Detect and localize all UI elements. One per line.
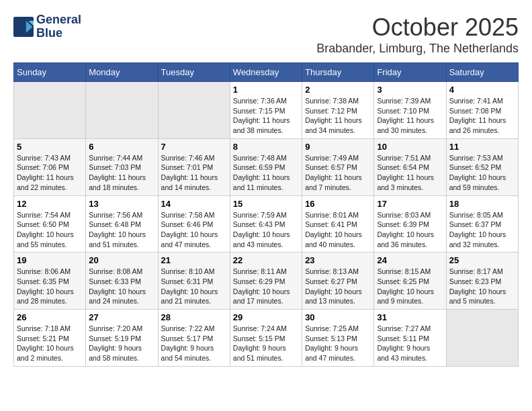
month-title: October 2025 bbox=[316, 13, 519, 42]
day-info: Sunrise: 7:46 AMSunset: 7:01 PMDaylight:… bbox=[161, 153, 227, 193]
day-info: Sunrise: 7:44 AMSunset: 7:03 PMDaylight:… bbox=[89, 153, 154, 193]
day-info: Sunrise: 7:20 AMSunset: 5:19 PMDaylight:… bbox=[89, 324, 154, 363]
logo-text: General Blue bbox=[36, 13, 81, 40]
day-info: Sunrise: 7:53 AMSunset: 6:52 PMDaylight:… bbox=[449, 153, 515, 193]
day-number: 21 bbox=[161, 255, 227, 265]
day-number: 12 bbox=[17, 199, 83, 209]
calendar-cell: 16Sunrise: 8:01 AMSunset: 6:41 PMDayligh… bbox=[302, 195, 374, 253]
calendar-cell: 25Sunrise: 8:17 AMSunset: 6:23 PMDayligh… bbox=[446, 253, 518, 310]
calendar-cell bbox=[86, 82, 158, 139]
day-info: Sunrise: 8:03 AMSunset: 6:39 PMDaylight:… bbox=[377, 210, 443, 250]
weekday-header-monday: Monday bbox=[86, 63, 158, 82]
weekday-header-wednesday: Wednesday bbox=[230, 63, 302, 82]
calendar-cell: 30Sunrise: 7:25 AMSunset: 5:13 PMDayligh… bbox=[302, 310, 374, 367]
week-row-1: 1Sunrise: 7:36 AMSunset: 7:15 PMDaylight… bbox=[14, 82, 519, 139]
calendar-cell: 8Sunrise: 7:48 AMSunset: 6:59 PMDaylight… bbox=[230, 138, 302, 195]
day-info: Sunrise: 7:49 AMSunset: 6:57 PMDaylight:… bbox=[305, 153, 371, 193]
day-info: Sunrise: 7:48 AMSunset: 6:59 PMDaylight:… bbox=[233, 153, 299, 193]
location-title: Brabander, Limburg, The Netherlands bbox=[316, 42, 519, 56]
weekday-header-saturday: Saturday bbox=[446, 63, 518, 82]
day-info: Sunrise: 7:54 AMSunset: 6:50 PMDaylight:… bbox=[17, 210, 83, 250]
week-row-5: 26Sunrise: 7:18 AMSunset: 5:21 PMDayligh… bbox=[14, 310, 519, 367]
day-info: Sunrise: 7:51 AMSunset: 6:54 PMDaylight:… bbox=[377, 153, 443, 193]
day-info: Sunrise: 7:25 AMSunset: 5:13 PMDaylight:… bbox=[305, 324, 371, 363]
day-number: 8 bbox=[233, 142, 299, 152]
day-number: 24 bbox=[377, 255, 443, 265]
day-info: Sunrise: 7:39 AMSunset: 7:10 PMDaylight:… bbox=[377, 96, 443, 136]
day-number: 5 bbox=[17, 142, 83, 152]
calendar-cell bbox=[446, 310, 518, 367]
week-row-4: 19Sunrise: 8:06 AMSunset: 6:35 PMDayligh… bbox=[14, 253, 519, 310]
calendar-cell: 23Sunrise: 8:13 AMSunset: 6:27 PMDayligh… bbox=[302, 253, 374, 310]
calendar-cell: 12Sunrise: 7:54 AMSunset: 6:50 PMDayligh… bbox=[14, 195, 86, 253]
day-info: Sunrise: 7:27 AMSunset: 5:11 PMDaylight:… bbox=[377, 324, 443, 363]
calendar-cell: 24Sunrise: 8:15 AMSunset: 6:25 PMDayligh… bbox=[374, 253, 446, 310]
day-number: 25 bbox=[449, 255, 515, 265]
day-number: 30 bbox=[305, 312, 371, 322]
day-number: 29 bbox=[233, 312, 299, 322]
calendar-cell: 6Sunrise: 7:44 AMSunset: 7:03 PMDaylight… bbox=[86, 138, 158, 195]
day-info: Sunrise: 8:10 AMSunset: 6:31 PMDaylight:… bbox=[161, 267, 227, 306]
calendar-cell: 21Sunrise: 8:10 AMSunset: 6:31 PMDayligh… bbox=[158, 253, 230, 310]
calendar-cell: 31Sunrise: 7:27 AMSunset: 5:11 PMDayligh… bbox=[374, 310, 446, 367]
day-info: Sunrise: 7:59 AMSunset: 6:43 PMDaylight:… bbox=[233, 210, 299, 250]
day-number: 20 bbox=[89, 255, 154, 265]
calendar-cell: 19Sunrise: 8:06 AMSunset: 6:35 PMDayligh… bbox=[14, 253, 86, 310]
day-number: 15 bbox=[233, 199, 299, 209]
day-number: 9 bbox=[305, 142, 371, 152]
day-number: 27 bbox=[89, 312, 154, 322]
logo-line1: General bbox=[36, 13, 81, 27]
calendar-cell: 26Sunrise: 7:18 AMSunset: 5:21 PMDayligh… bbox=[14, 310, 86, 367]
calendar-cell: 17Sunrise: 8:03 AMSunset: 6:39 PMDayligh… bbox=[374, 195, 446, 253]
day-number: 28 bbox=[161, 312, 227, 322]
header: General Blue October 2025 Brabander, Lim… bbox=[13, 13, 519, 56]
calendar-cell: 11Sunrise: 7:53 AMSunset: 6:52 PMDayligh… bbox=[446, 138, 518, 195]
logo-line2: Blue bbox=[36, 27, 81, 40]
calendar-cell: 27Sunrise: 7:20 AMSunset: 5:19 PMDayligh… bbox=[86, 310, 158, 367]
day-info: Sunrise: 8:11 AMSunset: 6:29 PMDaylight:… bbox=[233, 267, 299, 306]
day-number: 13 bbox=[89, 199, 154, 209]
week-row-3: 12Sunrise: 7:54 AMSunset: 6:50 PMDayligh… bbox=[14, 195, 519, 253]
day-number: 17 bbox=[377, 199, 443, 209]
calendar-cell: 2Sunrise: 7:38 AMSunset: 7:12 PMDaylight… bbox=[302, 82, 374, 139]
calendar-cell: 3Sunrise: 7:39 AMSunset: 7:10 PMDaylight… bbox=[374, 82, 446, 139]
day-number: 19 bbox=[17, 255, 83, 265]
week-row-2: 5Sunrise: 7:43 AMSunset: 7:06 PMDaylight… bbox=[14, 138, 519, 195]
calendar-cell: 10Sunrise: 7:51 AMSunset: 6:54 PMDayligh… bbox=[374, 138, 446, 195]
weekday-header-row: SundayMondayTuesdayWednesdayThursdayFrid… bbox=[14, 63, 519, 82]
weekday-header-sunday: Sunday bbox=[14, 63, 86, 82]
day-number: 26 bbox=[17, 312, 83, 322]
calendar-cell: 9Sunrise: 7:49 AMSunset: 6:57 PMDaylight… bbox=[302, 138, 374, 195]
calendar-cell: 29Sunrise: 7:24 AMSunset: 5:15 PMDayligh… bbox=[230, 310, 302, 367]
day-info: Sunrise: 7:43 AMSunset: 7:06 PMDaylight:… bbox=[17, 153, 83, 193]
day-info: Sunrise: 7:24 AMSunset: 5:15 PMDaylight:… bbox=[233, 324, 299, 363]
calendar-cell: 4Sunrise: 7:41 AMSunset: 7:08 PMDaylight… bbox=[446, 82, 518, 139]
day-number: 6 bbox=[89, 142, 154, 152]
calendar-cell bbox=[158, 82, 230, 139]
day-info: Sunrise: 7:36 AMSunset: 7:15 PMDaylight:… bbox=[233, 96, 299, 136]
day-number: 1 bbox=[233, 85, 299, 95]
day-number: 31 bbox=[377, 312, 443, 322]
weekday-header-friday: Friday bbox=[374, 63, 446, 82]
day-number: 18 bbox=[449, 199, 515, 209]
day-number: 11 bbox=[449, 142, 515, 152]
calendar-cell: 13Sunrise: 7:56 AMSunset: 6:48 PMDayligh… bbox=[86, 195, 158, 253]
day-info: Sunrise: 8:05 AMSunset: 6:37 PMDaylight:… bbox=[449, 210, 515, 250]
day-info: Sunrise: 8:08 AMSunset: 6:33 PMDaylight:… bbox=[89, 267, 154, 306]
day-number: 7 bbox=[161, 142, 227, 152]
calendar-cell: 14Sunrise: 7:58 AMSunset: 6:46 PMDayligh… bbox=[158, 195, 230, 253]
day-number: 2 bbox=[305, 85, 371, 95]
calendar-cell: 15Sunrise: 7:59 AMSunset: 6:43 PMDayligh… bbox=[230, 195, 302, 253]
day-info: Sunrise: 7:41 AMSunset: 7:08 PMDaylight:… bbox=[449, 96, 515, 136]
day-info: Sunrise: 7:58 AMSunset: 6:46 PMDaylight:… bbox=[161, 210, 227, 250]
day-info: Sunrise: 8:01 AMSunset: 6:41 PMDaylight:… bbox=[305, 210, 371, 250]
title-section: October 2025 Brabander, Limburg, The Net… bbox=[316, 13, 519, 56]
calendar-cell: 7Sunrise: 7:46 AMSunset: 7:01 PMDaylight… bbox=[158, 138, 230, 195]
day-number: 10 bbox=[377, 142, 443, 152]
calendar-cell: 5Sunrise: 7:43 AMSunset: 7:06 PMDaylight… bbox=[14, 138, 86, 195]
calendar-cell: 22Sunrise: 8:11 AMSunset: 6:29 PMDayligh… bbox=[230, 253, 302, 310]
day-info: Sunrise: 7:56 AMSunset: 6:48 PMDaylight:… bbox=[89, 210, 154, 250]
calendar-cell: 28Sunrise: 7:22 AMSunset: 5:17 PMDayligh… bbox=[158, 310, 230, 367]
calendar-cell bbox=[14, 82, 86, 139]
day-info: Sunrise: 7:18 AMSunset: 5:21 PMDaylight:… bbox=[17, 324, 83, 363]
